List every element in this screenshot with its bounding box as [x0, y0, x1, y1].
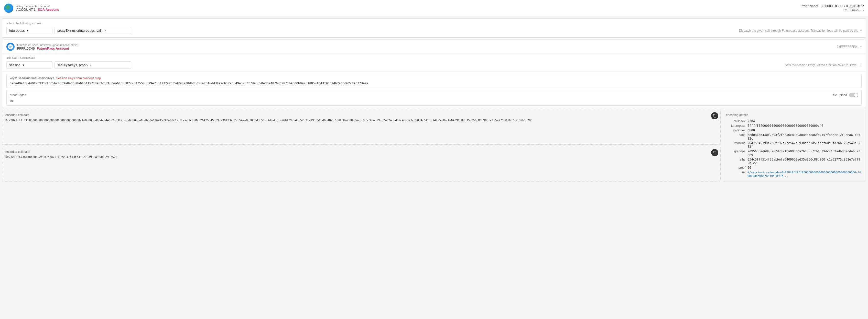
enc-key-grandpa-5: grandpa: [726, 149, 746, 157]
header-address: 0xE566475...: [843, 8, 862, 12]
balance-row: free balance 39.0000 ROOT / 0.9076 XRP: [802, 4, 864, 8]
futurepass-address-row[interactable]: 0xFFFFFFFF0... ▾: [837, 45, 862, 48]
proof-input[interactable]: 0x: [10, 99, 858, 103]
futurepass-avatar: FP: [6, 43, 14, 51]
account-type: EOA Account: [38, 8, 59, 11]
account-id: ACCOUNT 1: [17, 8, 36, 11]
futurepass-name-row: FFFF..0C46 FuturePass Account: [17, 46, 78, 50]
encoding-detail-row: link#/extrinsics/decode/0x2204ffffffff00…: [726, 170, 863, 178]
encoded-call-hash-card: encoded call hash 0x23e021b73a138c8889ef…: [2, 147, 721, 181]
keys-value: 0xded0a4c6440f2b93f2fdc56c80b9a0adb58a6f…: [10, 81, 858, 85]
futurepass-info: futurepass: SeedPrimitivesSignatureAccou…: [17, 43, 78, 50]
encoding-details-title: encoding details: [726, 113, 863, 117]
call-method-value: setKeys(keys, proof): [57, 63, 88, 67]
enc-key-callindex-0: callindex: [726, 119, 746, 123]
encoded-call-data-card: encoded call data 0x2204ffffffff00000000…: [2, 110, 721, 145]
header-right: free balance 39.0000 ROOT / 0.9076 XRP 0…: [802, 4, 864, 12]
header: using the selected account ACCOUNT 1 EOA…: [0, 0, 868, 16]
call-hint-dropdown-icon[interactable]: ▾: [860, 64, 862, 67]
account-info: using the selected account ACCOUNT 1 EOA…: [17, 5, 59, 11]
futurepass-header: FP futurepass: SeedPrimitivesSignatureAc…: [2, 40, 866, 54]
copy-call-data-button[interactable]: [711, 112, 718, 119]
enc-key-callindex-2: callindex: [726, 128, 746, 133]
copy-hash-icon: [713, 151, 716, 154]
encoding-detail-row: grandpa7d95650ed6948767d2871ba000b0a2618…: [726, 149, 863, 157]
encoding-details-link[interactable]: #/extrinsics/decode/0x2204ffffffff000000…: [747, 171, 861, 178]
enc-key-babe-3: babe: [726, 133, 746, 141]
call-row: session ▾ setKeys(keys, proof) ▾ Sets th…: [6, 61, 862, 69]
method-dropdown-icon: ▾: [105, 29, 106, 32]
dispatch-dropdown-icon[interactable]: ▾: [860, 29, 862, 32]
bottom-section: encoded call data 0x2204ffffffff00000000…: [2, 110, 866, 181]
enc-val-ethy-6: 034c5fff514f25a1befa6409650ed35e056c88c9…: [746, 157, 863, 165]
encoded-call-data-value: 0x2204ffffffff00000000000000000000000000…: [5, 118, 717, 123]
enc-val-proof-7: 00: [746, 165, 863, 170]
encoding-detail-row: callindex0b00: [726, 128, 863, 133]
pallet-value: futurepass: [9, 29, 25, 32]
enc-val-imonline-4: 26475545399e236f732a2cc542a8938dbd3d51ac…: [746, 141, 863, 149]
method-select[interactable]: proxyExtrinsic(futurepass, call) ▾: [55, 27, 131, 34]
account-avatar: [4, 4, 13, 13]
call-method-icon: ▾: [90, 64, 91, 67]
address-row[interactable]: 0xE566475... ▾: [843, 8, 864, 12]
encoding-detail-row: imonline26475545399e236f732a2cc542a8938d…: [726, 141, 863, 149]
enc-val-link-8[interactable]: #/extrinsics/decode/0x2204ffffffff000000…: [746, 170, 863, 178]
enc-key-imonline-4: imonline: [726, 141, 746, 149]
call-section: call: Call (RuntimeCall) session ▾ setKe…: [2, 54, 866, 72]
enc-key-futurepass-1: futurepass: [726, 123, 746, 128]
keys-label-row: keys: SeedRuntimeSessionKeys Session Key…: [10, 76, 858, 80]
using-account-label: using the selected account: [17, 5, 59, 8]
file-upload-label: file upload: [833, 93, 847, 97]
futurepass-type: FuturePass Account: [37, 46, 69, 50]
extrinsic-section: submit the following extrinsic futurepas…: [2, 19, 866, 38]
enc-val-grandpa-5: 7d95650ed6948767d2871ba000b0a2618857fb43…: [746, 149, 863, 157]
encoding-detail-row: babeded0a4c6440f2b93f2fdc56c80b9a0adb58a…: [726, 133, 863, 141]
call-pallet-value: session: [9, 63, 21, 67]
extrinsic-row: submit the following extrinsic futurepas…: [2, 19, 866, 38]
keys-label: keys: SeedRuntimeSessionKeys: [10, 76, 54, 80]
futurepass-id: FFFF..0C46: [17, 46, 35, 50]
enc-val-callindex-0: 2204: [746, 119, 863, 123]
encoding-detail-row: proof00: [726, 165, 863, 170]
toggle-knob: [854, 93, 858, 97]
copy-icon: [713, 114, 716, 117]
pallet-select[interactable]: futurepass ▾: [6, 27, 53, 34]
pallet-dropdown-icon: ▾: [27, 29, 29, 32]
encoding-detail-row: futurepassffffffff0000000000000000000000…: [726, 123, 863, 128]
copy-call-hash-button[interactable]: [711, 149, 718, 156]
call-hint: Sets the session key(s) of the function …: [133, 63, 858, 67]
call-pallet-select[interactable]: session ▾: [6, 61, 53, 69]
encoding-details-table: callindex2204futurepassffffffff000000000…: [726, 119, 863, 178]
dispatch-hint: Dispatch the given call through Futurepa…: [133, 29, 858, 32]
encoding-detail-row: callindex2204: [726, 119, 863, 123]
enc-key-link-8: link: [726, 170, 746, 178]
futurepass-section: FP futurepass: SeedPrimitivesSignatureAc…: [2, 40, 866, 108]
encoding-detail-row: ethy034c5fff514f25a1befa6409650ed35e056c…: [726, 157, 863, 165]
futurepass-label: futurepass: SeedPrimitivesSignatureAccou…: [17, 43, 78, 46]
extrinsic-fields: futurepass ▾ proxyExtrinsic(futurepass, …: [6, 27, 862, 34]
proof-section: proof: Bytes file upload 0x: [6, 90, 862, 106]
proof-header: proof: Bytes file upload: [10, 93, 858, 97]
balance-label: free balance: [802, 4, 818, 8]
method-value: proxyExtrinsic(futurepass, call): [57, 29, 103, 32]
call-pallet-icon: ▾: [23, 63, 24, 67]
enc-val-callindex-2: 0b00: [746, 128, 863, 133]
keys-highlight: Session Keys from previous step: [56, 76, 101, 80]
call-title: call: Call (RuntimeCall): [6, 56, 862, 59]
futurepass-address: 0xFFFFFFFF0...: [837, 45, 859, 48]
proof-label: proof: Bytes: [10, 93, 26, 97]
call-method-select[interactable]: setKeys(keys, proof) ▾: [55, 61, 131, 69]
enc-key-proof-7: proof: [726, 165, 746, 170]
futurepass-dropdown-icon[interactable]: ▾: [860, 45, 862, 48]
address-dropdown-icon[interactable]: ▾: [863, 9, 864, 12]
encoding-details-card: encoding details callindex2204futurepass…: [723, 110, 866, 181]
file-upload-toggle[interactable]: [849, 93, 858, 97]
enc-key-ethy-6: ethy: [726, 157, 746, 165]
enc-val-babe-3: ded0a4c6440f2b93f2fdc56c80b9a0adb58a6f64…: [746, 133, 863, 141]
encoded-call-data-title: encoded call data: [5, 113, 717, 117]
encoded-call-hash-title: encoded call hash: [5, 150, 717, 154]
balance-value: 39.0000 ROOT / 0.9076 XRP: [821, 4, 864, 8]
keys-section: keys: SeedRuntimeSessionKeys Session Key…: [6, 74, 862, 88]
enc-val-futurepass-1: ffffffff000000000000000000000000000000c4…: [746, 123, 863, 128]
file-upload-row: file upload: [833, 93, 858, 97]
